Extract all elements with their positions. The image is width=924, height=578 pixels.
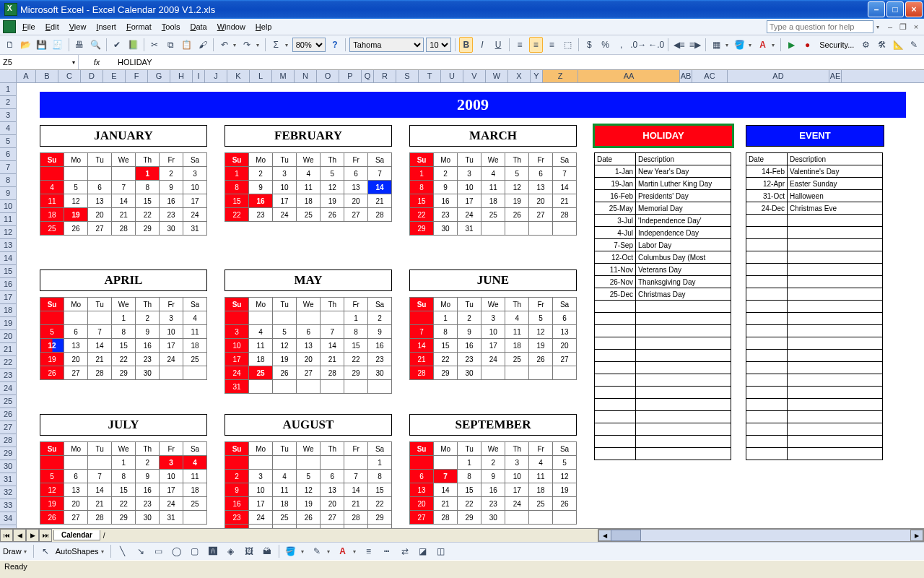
calendar-cell[interactable]: 18 <box>249 353 273 366</box>
arrow-style-icon[interactable]: ⇄ <box>397 543 413 559</box>
table-cell[interactable]: Veterans Day <box>636 264 731 276</box>
formula-input[interactable]: HOLIDAY <box>115 58 154 66</box>
calendar-cell[interactable] <box>553 222 577 236</box>
calendar-cell[interactable]: 3 <box>273 167 297 181</box>
calendar-cell[interactable] <box>434 456 458 470</box>
security-button[interactable]: Security... <box>816 40 857 49</box>
calendar-cell[interactable] <box>505 222 529 236</box>
diagram-icon[interactable]: ◈ <box>223 543 239 559</box>
preview-icon[interactable]: 🔍 <box>88 37 102 53</box>
calendar-cell[interactable]: 1 <box>344 311 368 325</box>
dec-indent-icon[interactable]: ◀≡ <box>672 37 686 53</box>
calendar-cell[interactable]: 24 <box>458 208 481 222</box>
calendar-cell[interactable] <box>40 456 64 470</box>
calendar-cell[interactable]: 22 <box>410 208 434 222</box>
table-cell[interactable]: 25-Dec <box>595 288 636 301</box>
open-icon[interactable]: 📂 <box>19 37 32 53</box>
row-header-13[interactable]: 13 <box>0 239 16 252</box>
col-header-O[interactable]: O <box>317 70 339 82</box>
calendar-cell[interactable]: 26 <box>40 366 64 380</box>
calendar-cell[interactable]: 24 <box>225 366 249 380</box>
calendar-cell[interactable]: 16 <box>368 339 392 353</box>
calendar-cell[interactable]: 1 <box>434 311 458 325</box>
calendar-cell[interactable]: 15 <box>368 483 392 497</box>
col-header-Y[interactable]: Y <box>531 70 543 82</box>
row-header-22[interactable]: 22 <box>0 356 16 369</box>
calendar-cell[interactable]: 30 <box>136 366 160 380</box>
table-cell[interactable]: New Year's Day <box>636 165 731 178</box>
calendar-cell[interactable] <box>273 311 297 325</box>
calendar-cell[interactable]: 17 <box>183 194 207 208</box>
table-cell[interactable] <box>746 313 788 325</box>
table-cell[interactable]: 12-Oct <box>595 251 636 264</box>
calendar-cell[interactable]: 29 <box>458 511 481 525</box>
calendar-cell[interactable]: 6 <box>553 311 577 325</box>
calendar-cell[interactable]: 12 <box>529 325 553 339</box>
calendar-cell[interactable]: 21 <box>553 194 577 208</box>
row-header-8[interactable]: 8 <box>0 174 16 187</box>
align-left-icon[interactable]: ≡ <box>513 37 526 53</box>
calendar-cell[interactable]: 26 <box>321 208 344 222</box>
calendar-cell[interactable]: 2 <box>458 311 481 325</box>
underline-icon[interactable]: U <box>491 37 505 53</box>
calendar-cell[interactable]: 28 <box>112 222 136 236</box>
calendar-cell[interactable]: 20 <box>410 497 434 511</box>
permission-icon[interactable]: 🧾 <box>51 37 64 53</box>
calendar-cell[interactable] <box>481 366 505 380</box>
calendar-cell[interactable]: 17 <box>160 483 183 497</box>
merge-icon[interactable]: ⬚ <box>561 37 575 53</box>
row-header-21[interactable]: 21 <box>0 343 16 356</box>
vb-icon[interactable]: ⚙ <box>859 37 873 53</box>
calendar-cell[interactable]: 2 <box>249 167 273 181</box>
calendar-cell[interactable] <box>88 456 112 470</box>
col-header-W[interactable]: W <box>486 70 508 82</box>
table-cell[interactable]: 12-Apr <box>746 178 788 190</box>
calendar-cell[interactable]: 23 <box>481 497 505 511</box>
calendar-cell[interactable]: 10 <box>273 181 297 194</box>
calendar-cell[interactable]: 15 <box>136 194 160 208</box>
calendar-cell[interactable]: 5 <box>64 181 88 194</box>
calendar-cell[interactable]: 24 <box>160 353 183 366</box>
calendar-cell[interactable]: 25 <box>249 366 273 380</box>
table-cell[interactable] <box>788 251 883 264</box>
table-cell[interactable] <box>746 325 788 337</box>
calendar-cell[interactable]: 15 <box>344 339 368 353</box>
calendar-cell[interactable]: 22 <box>434 353 458 366</box>
table-cell[interactable] <box>636 436 731 448</box>
table-cell[interactable] <box>636 325 731 337</box>
calendar-cell[interactable]: 19 <box>297 497 321 511</box>
calendar-cell[interactable]: 4 <box>40 181 64 194</box>
scroll-left-icon[interactable]: ◀ <box>598 530 611 541</box>
table-cell[interactable] <box>788 411 883 423</box>
calendar-cell[interactable]: 7 <box>368 167 392 181</box>
calendar-cell[interactable]: 21 <box>410 353 434 366</box>
redo-icon[interactable]: ↷ <box>240 37 254 53</box>
calendar-cell[interactable]: 6 <box>410 470 434 483</box>
borders-icon[interactable]: ▦ <box>710 37 723 53</box>
row-header-28[interactable]: 28 <box>0 434 16 447</box>
calendar-cell[interactable]: 29 <box>136 222 160 236</box>
calendar-cell[interactable] <box>88 311 112 325</box>
table-cell[interactable] <box>595 325 636 337</box>
calendar-cell[interactable]: 5 <box>553 456 577 470</box>
calendar-cell[interactable]: 17 <box>481 339 505 353</box>
col-header-AB[interactable]: AB <box>680 70 692 82</box>
table-cell[interactable] <box>636 374 731 387</box>
col-header-N[interactable]: N <box>295 70 317 82</box>
table-cell[interactable] <box>788 313 883 325</box>
autoshapes-menu[interactable]: AutoShapes <box>56 547 99 556</box>
row-header-23[interactable]: 23 <box>0 369 16 382</box>
calendar-cell[interactable]: 5 <box>529 311 553 325</box>
table-cell[interactable] <box>595 399 636 411</box>
col-header-T[interactable]: T <box>419 70 441 82</box>
calendar-cell[interactable]: 8 <box>434 325 458 339</box>
calendar-cell[interactable]: 29 <box>112 511 136 525</box>
calendar-cell[interactable]: 24 <box>481 353 505 366</box>
calendar-cell[interactable]: 21 <box>88 497 112 511</box>
design-icon[interactable]: 📐 <box>892 37 905 53</box>
table-cell[interactable]: 26-Nov <box>595 276 636 288</box>
calendar-cell[interactable]: 7 <box>321 325 344 339</box>
tab-last-icon[interactable]: ⏭ <box>39 529 52 542</box>
sheet-content[interactable]: 2009 JANUARYSuMoTuWeThFrSa12345678910111… <box>17 83 924 528</box>
calendar-cell[interactable]: 27 <box>321 511 344 525</box>
